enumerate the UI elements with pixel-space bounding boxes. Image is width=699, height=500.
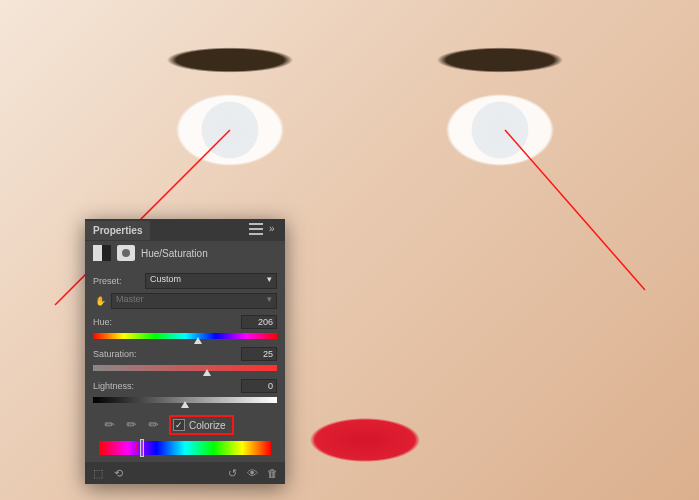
- lightness-label: Lightness:: [93, 381, 134, 391]
- properties-panel: Properties » Hue/Saturation Preset: Cust…: [85, 219, 285, 484]
- hue-value-input[interactable]: 206: [241, 315, 277, 329]
- panel-tab-properties[interactable]: Properties: [85, 221, 150, 240]
- range-handle[interactable]: [140, 439, 144, 457]
- preset-select[interactable]: Custom ▾: [145, 273, 277, 289]
- eyedropper-subtract-icon[interactable]: ✎: [144, 415, 164, 435]
- panel-tabbar: Properties »: [85, 219, 285, 241]
- panel-footer: ⬚ ⟲ ↺ 👁 🗑: [85, 462, 285, 484]
- hue-slider[interactable]: [93, 331, 277, 341]
- adjustment-name: Hue/Saturation: [141, 248, 208, 259]
- color-range-strip[interactable]: [99, 441, 271, 455]
- colorize-highlight: ✓ Colorize: [169, 415, 234, 435]
- saturation-slider[interactable]: [93, 363, 277, 373]
- targeted-adjust-icon[interactable]: ✋: [93, 296, 107, 306]
- chevron-down-icon: ▾: [267, 294, 272, 304]
- visibility-icon[interactable]: 👁: [245, 466, 259, 480]
- colorize-label: Colorize: [189, 420, 226, 431]
- panel-body: Preset: Custom ▾ ✋ Master ▾ Hue: 206: [85, 265, 285, 463]
- adjustment-icon[interactable]: [93, 245, 111, 261]
- channel-select[interactable]: Master ▾: [111, 293, 277, 309]
- hue-label: Hue:: [93, 317, 112, 327]
- reset-icon[interactable]: ↺: [225, 466, 239, 480]
- view-previous-icon[interactable]: ⟲: [111, 466, 125, 480]
- colorize-checkbox[interactable]: ✓: [173, 419, 185, 431]
- preset-label: Preset:: [93, 276, 141, 286]
- lightness-slider-row: Lightness: 0: [93, 379, 277, 405]
- clip-to-layer-icon[interactable]: ⬚: [91, 466, 105, 480]
- saturation-slider-thumb[interactable]: [203, 369, 211, 376]
- mask-icon[interactable]: [117, 245, 135, 261]
- saturation-value-input[interactable]: 25: [241, 347, 277, 361]
- lightness-slider-thumb[interactable]: [181, 401, 189, 408]
- trash-icon[interactable]: 🗑: [265, 466, 279, 480]
- eyedropper-icon[interactable]: ✎: [100, 415, 120, 435]
- panel-menu-icon[interactable]: [249, 223, 263, 235]
- lightness-value-input[interactable]: 0: [241, 379, 277, 393]
- channel-row: ✋ Master ▾: [93, 293, 277, 309]
- chevron-down-icon: ▾: [267, 274, 272, 284]
- lightness-slider[interactable]: [93, 395, 277, 405]
- eyedropper-add-icon[interactable]: ✎: [122, 415, 142, 435]
- hue-slider-row: Hue: 206: [93, 315, 277, 341]
- saturation-label: Saturation:: [93, 349, 137, 359]
- panel-header: Hue/Saturation: [85, 241, 285, 265]
- hue-slider-thumb[interactable]: [194, 337, 202, 344]
- panel-collapse-icon[interactable]: »: [269, 223, 281, 235]
- eyedropper-row: ✎ ✎ ✎ ✓ Colorize: [103, 415, 277, 435]
- preset-row: Preset: Custom ▾: [93, 273, 277, 289]
- saturation-slider-row: Saturation: 25: [93, 347, 277, 373]
